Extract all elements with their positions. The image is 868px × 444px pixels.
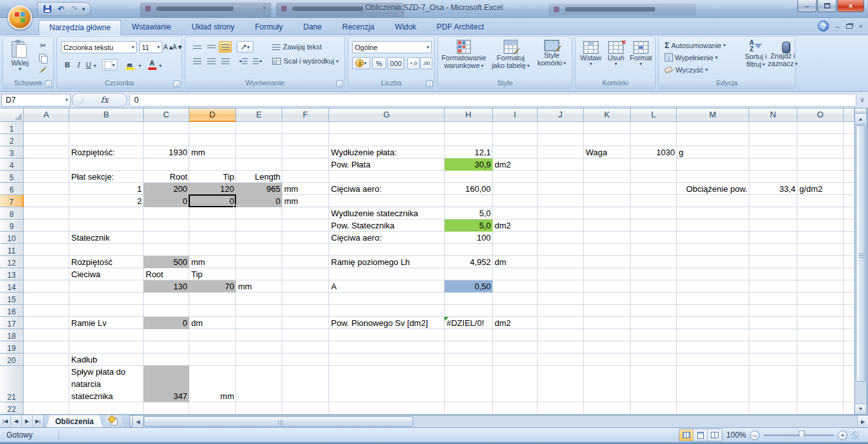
column-header-partial[interactable] bbox=[844, 108, 855, 122]
cell-H3[interactable]: 12,1 bbox=[445, 146, 493, 158]
cell-D21[interactable]: mm bbox=[189, 366, 236, 402]
cell-F6[interactable]: mm bbox=[282, 183, 329, 195]
format-as-table-button[interactable]: Formatujjako tabelę▾ bbox=[489, 40, 532, 69]
next-sheet-button[interactable]: ▶ bbox=[22, 415, 33, 427]
cell-B10[interactable]: Statecznik bbox=[69, 232, 144, 244]
cell-D13[interactable]: Tip bbox=[189, 268, 236, 280]
autosum-button[interactable]: ΣAutosumowanie▾ bbox=[663, 40, 728, 51]
row-header-2[interactable]: 2 bbox=[0, 134, 24, 146]
dialog-launcher-icon[interactable]: ⌟ bbox=[336, 80, 343, 87]
align-middle-button[interactable] bbox=[205, 41, 217, 53]
cell-O6[interactable]: g/dm2 bbox=[797, 183, 844, 195]
font-size-combo[interactable]: 11▾ bbox=[139, 41, 162, 53]
cell-M3[interactable]: g bbox=[677, 146, 749, 158]
column-header-O[interactable]: O bbox=[797, 108, 844, 122]
cell-G14[interactable]: A bbox=[329, 280, 445, 293]
fill-button[interactable]: ↓Wypełnienie▾ bbox=[663, 52, 720, 63]
merge-center-button[interactable]: Scal i wyśrodkuj▾ bbox=[270, 55, 341, 67]
row-header-11[interactable]: 11 bbox=[0, 244, 24, 256]
last-sheet-button[interactable]: ▶| bbox=[33, 415, 44, 427]
cell-G12[interactable]: Ramię poziomego Lh bbox=[329, 256, 445, 268]
format-cells-button[interactable]: Format▾ bbox=[628, 41, 654, 66]
formula-input[interactable]: 0 bbox=[130, 94, 856, 107]
ribbon-tab-dane[interactable]: Dane bbox=[293, 20, 332, 35]
cell-H10[interactable]: 100 bbox=[445, 232, 493, 244]
cell-I9[interactable]: dm2 bbox=[493, 219, 538, 232]
cell-B5[interactable]: Płat sekcje: bbox=[69, 171, 144, 183]
cell-H9[interactable]: 5,0 bbox=[445, 219, 493, 232]
cell-C6[interactable]: 200 bbox=[144, 183, 189, 195]
cell-D6[interactable]: 120 bbox=[189, 183, 236, 195]
first-sheet-button[interactable]: |◀ bbox=[0, 415, 11, 427]
borders-button[interactable]: ▾ bbox=[102, 59, 117, 71]
fill-handle[interactable] bbox=[234, 205, 237, 208]
fill-color-button[interactable]: ◛ bbox=[121, 59, 138, 71]
resize-grip[interactable] bbox=[851, 431, 859, 439]
ribbon-tab-wstawianie[interactable]: Wstawianie bbox=[121, 20, 181, 35]
sheet-tab-obliczenia[interactable]: Obliczenia bbox=[46, 415, 103, 427]
format-painter-button[interactable] bbox=[37, 64, 49, 76]
shrink-font-button[interactable]: A▼ bbox=[173, 42, 182, 52]
insert-function-button[interactable]: fx bbox=[72, 93, 127, 107]
column-header-M[interactable]: M bbox=[677, 108, 749, 122]
zoom-level[interactable]: 100% bbox=[726, 431, 746, 440]
dialog-launcher-icon[interactable]: ⌟ bbox=[426, 80, 433, 87]
sort-filter-button[interactable]: AZ Sortuj ifiltruj▾ bbox=[742, 40, 769, 68]
row-header-5[interactable]: 5 bbox=[0, 171, 24, 183]
column-header-B[interactable]: B bbox=[69, 108, 144, 122]
cell-C5[interactable]: Root bbox=[144, 171, 189, 183]
ribbon-tab-uk-ad-strony[interactable]: Układ strony bbox=[182, 20, 245, 35]
align-center-button[interactable] bbox=[205, 55, 217, 67]
cell-G4[interactable]: Pow. Płata bbox=[329, 158, 445, 171]
close-button[interactable]: × bbox=[837, 0, 864, 12]
delete-cells-button[interactable]: × Usuń▾ bbox=[604, 41, 628, 66]
cell-E5[interactable]: Length bbox=[236, 171, 282, 183]
cell-G3[interactable]: Wydłużenie płata: bbox=[329, 146, 445, 158]
horizontal-scroll-thumb[interactable] bbox=[144, 416, 413, 427]
row-header-8[interactable]: 8 bbox=[0, 207, 24, 219]
name-box-dropdown-icon[interactable]: ▾ bbox=[65, 98, 68, 102]
select-all-button[interactable] bbox=[0, 108, 24, 122]
cell-I12[interactable]: dm bbox=[493, 256, 538, 268]
scroll-right-button[interactable]: ▶ bbox=[857, 416, 868, 427]
row-header-16[interactable]: 16 bbox=[0, 305, 24, 317]
cell-B6[interactable]: 1 bbox=[69, 183, 144, 195]
column-header-K[interactable]: K bbox=[584, 108, 631, 122]
orientation-button[interactable]: ↗▾ bbox=[237, 41, 253, 53]
ribbon-tab-recenzja[interactable]: Recenzja bbox=[332, 20, 384, 35]
column-header-H[interactable]: H bbox=[445, 108, 493, 122]
row-header-3[interactable]: 3 bbox=[0, 146, 24, 158]
cell-G6[interactable]: Cięciwa aero: bbox=[329, 183, 445, 195]
office-button[interactable] bbox=[8, 5, 32, 30]
vertical-scrollbar[interactable]: ▲ ▼ bbox=[855, 108, 866, 414]
cell-I17[interactable]: dm2 bbox=[493, 317, 538, 329]
prev-sheet-button[interactable]: ◀ bbox=[11, 415, 22, 427]
cell-D3[interactable]: mm bbox=[189, 146, 236, 158]
cell-C13[interactable]: Root bbox=[144, 268, 189, 280]
vertical-scroll-thumb[interactable] bbox=[856, 125, 865, 382]
cell-D12[interactable]: mm bbox=[189, 256, 236, 268]
cell-I4[interactable]: dm2 bbox=[493, 158, 538, 171]
row-header-22[interactable]: 22 bbox=[0, 402, 24, 414]
maximize-button[interactable] bbox=[817, 0, 837, 12]
cell-B20[interactable]: Kadłub bbox=[69, 354, 144, 366]
cell-M6[interactable]: Obciążenie pow. bbox=[677, 183, 749, 195]
cell-G8[interactable]: Wydluzenie statecznika bbox=[329, 207, 445, 219]
dialog-launcher-icon[interactable]: ⌟ bbox=[45, 80, 52, 87]
percent-style-button[interactable]: % bbox=[372, 57, 386, 69]
vertical-split-handle[interactable] bbox=[855, 108, 866, 114]
wrap-text-button[interactable]: Zawijaj tekst bbox=[270, 41, 324, 53]
expand-formula-bar-button[interactable]: ∨ bbox=[856, 94, 868, 107]
column-header-N[interactable]: N bbox=[749, 108, 797, 122]
bold-button[interactable]: B bbox=[62, 59, 72, 71]
cell-H14[interactable]: 0,50 bbox=[445, 280, 493, 293]
row-header-21[interactable]: 21 bbox=[0, 366, 24, 402]
column-header-D[interactable]: D bbox=[189, 108, 236, 122]
row-header-20[interactable]: 20 bbox=[0, 354, 24, 366]
cell-B12[interactable]: Rozpiętość bbox=[69, 256, 144, 268]
insert-worksheet-tab[interactable] bbox=[103, 415, 124, 427]
worksheet-grid[interactable]: ABCDEFGHIJKLMNO1234567891011121314151617… bbox=[0, 108, 855, 414]
page-layout-view-button[interactable] bbox=[694, 429, 708, 441]
align-top-button[interactable] bbox=[191, 41, 203, 53]
cell-L3[interactable]: 1030 bbox=[631, 146, 677, 158]
